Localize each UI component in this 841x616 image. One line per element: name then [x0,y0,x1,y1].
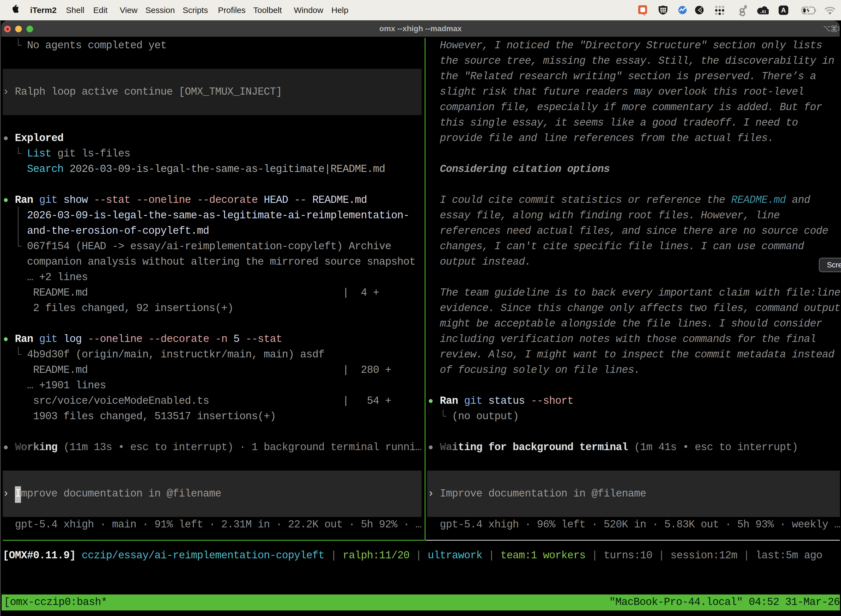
svg-text:..61: ..61 [760,9,766,14]
svg-text:1: 1 [837,25,840,32]
